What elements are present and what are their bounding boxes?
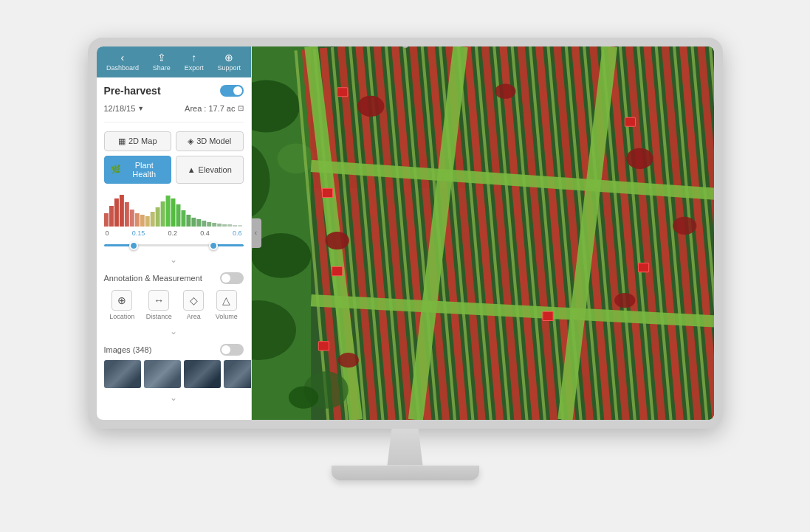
flight-date-value: 12/18/15 [104,104,136,113]
svg-rect-96 [332,266,342,275]
svg-rect-95 [322,188,332,197]
support-icon: ⊕ [224,52,233,63]
monitor-base [332,466,479,480]
2d-map-label: 2D Map [128,137,157,145]
svg-rect-0 [104,213,109,227]
images-toggle[interactable] [220,344,244,356]
dashboard-label: Dashboard [106,64,139,72]
share-button[interactable]: ⇪ Share [153,52,171,72]
share-icon: ⇪ [157,52,166,63]
svg-rect-24 [227,224,232,227]
monitor-body: ‹ Dashboard ⇪ Share ↑ Export ⊕ Support [88,38,723,429]
svg-rect-14 [176,204,180,227]
images-section: Images (348) [104,344,244,403]
svg-rect-25 [233,225,237,227]
plant-health-icon: 🌿 [111,165,121,174]
svg-point-92 [614,292,635,307]
annotation-toggle[interactable] [220,272,244,284]
plant-health-button[interactable]: 🌿 Plant Health [104,156,172,184]
svg-rect-6 [134,213,139,227]
svg-rect-3 [119,195,123,227]
svg-point-91 [626,148,653,168]
3d-model-label: 3D Model [196,137,231,145]
dashboard-button[interactable]: ‹ Dashboard [106,52,139,72]
elevation-label: Elevation [199,165,232,174]
svg-rect-19 [202,221,206,227]
collapse-handle[interactable]: ‹ [252,218,261,248]
support-label: Support [218,64,241,72]
thumbnail-4[interactable] [224,360,251,388]
images-title: Images (348) [104,345,152,354]
flight-date-selector[interactable]: 12/18/15 ▼ [104,104,145,113]
3d-model-icon: ◈ [188,137,193,146]
hist-label-max: 0.6 [233,229,242,237]
svg-rect-10 [155,207,159,227]
range-slider[interactable] [104,240,244,252]
svg-rect-16 [186,215,191,227]
histogram-collapse[interactable]: ⌄ [104,255,244,265]
area-label: Area [187,313,201,320]
export-icon: ↑ [191,52,196,63]
svg-rect-9 [150,212,154,227]
area-icon: ◇ [183,290,204,311]
svg-rect-8 [145,216,149,227]
flight-header: Pre-harvest [104,85,244,97]
area-value: 17.7 ac [208,104,235,113]
annotation-collapse[interactable]: ⌄ [104,326,244,336]
flight-title: Pre-harvest [104,85,161,97]
elevation-button[interactable]: ▲ Elevation [176,156,244,184]
svg-rect-97 [318,341,329,350]
location-icon: ⊕ [111,290,132,311]
range-thumb-left[interactable] [129,241,138,250]
volume-tool[interactable]: △ Volume [216,290,238,320]
chevron-down-icon: ▼ [137,105,144,112]
3d-model-button[interactable]: ◈ 3D Model [176,131,244,151]
images-header: Images (348) [104,344,244,356]
svg-rect-100 [542,311,552,320]
svg-rect-1 [109,206,113,227]
distance-label: Distance [146,313,172,320]
area-tool[interactable]: ◇ Area [183,290,204,320]
elevation-icon: ▲ [188,165,196,174]
location-tool[interactable]: ⊕ Location [109,290,134,320]
flight-toggle[interactable] [220,85,244,97]
sidebar-content: Pre-harvest 12/18/15 ▼ Area : 17.7 ac ⊡ [97,77,251,420]
thumbnail-2[interactable] [144,360,181,388]
map-area[interactable]: ‹ [252,46,714,420]
svg-point-90 [337,352,358,367]
range-thumb-right[interactable] [209,241,218,250]
svg-rect-21 [212,223,216,227]
svg-point-87 [357,95,383,116]
histogram-svg [104,191,244,227]
svg-point-33 [277,143,315,173]
svg-rect-13 [171,198,175,227]
thumbnail-3[interactable] [184,360,221,388]
location-label: Location [109,313,134,320]
2d-map-button[interactable]: ▦ 2D Map [104,131,172,151]
annotation-section: Annotation & Measurement ⊕ Location ↔ Di… [104,272,244,336]
area-label: Area : [185,104,206,113]
svg-point-93 [673,216,696,234]
image-thumbnails [104,360,244,388]
export-button[interactable]: ↑ Export [185,52,204,72]
thumbnail-1[interactable] [104,360,141,388]
plant-health-label: Plant Health [124,161,165,179]
svg-rect-11 [160,201,165,227]
svg-rect-26 [238,225,242,227]
sidebar: ‹ Dashboard ⇪ Share ↑ Export ⊕ Support [97,46,252,420]
images-count: 348 [135,345,148,354]
svg-rect-5 [129,210,134,227]
ndvi-map: ‹ [252,46,714,420]
svg-point-102 [288,386,318,408]
images-collapse[interactable]: ⌄ [104,393,244,403]
distance-tool[interactable]: ↔ Distance [146,290,172,320]
monitor-neck [383,429,428,466]
flight-meta: 12/18/15 ▼ Area : 17.7 ac ⊡ [104,104,244,113]
monitor-camera [402,42,408,48]
back-icon: ‹ [121,52,125,63]
map-svg [252,46,714,420]
histogram-labels: 0 0.15 0.2 0.4 0.6 [104,229,244,237]
svg-rect-18 [196,219,201,227]
svg-rect-4 [124,202,128,227]
support-button[interactable]: ⊕ Support [218,52,241,72]
